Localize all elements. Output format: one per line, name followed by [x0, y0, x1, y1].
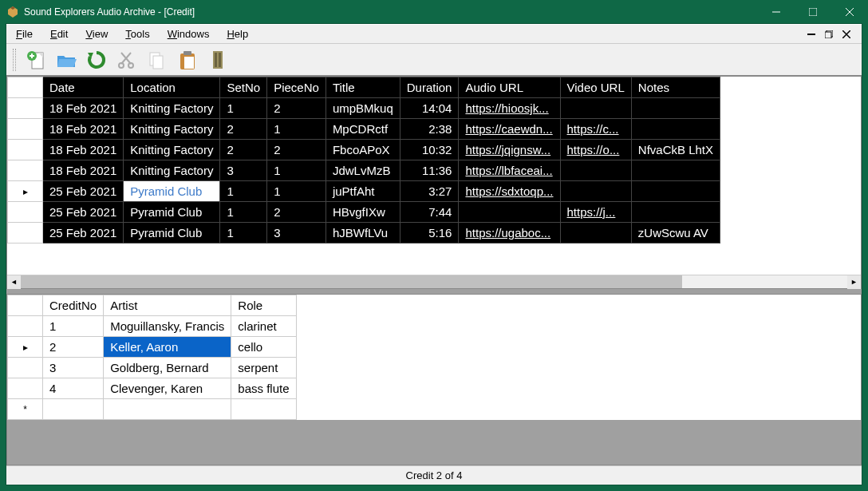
svg-rect-21 [184, 57, 194, 69]
toolbar [6, 43, 862, 75]
menu-help[interactable]: Help [227, 28, 248, 40]
menu-windows[interactable]: Windows [168, 28, 210, 40]
copy-icon [147, 49, 168, 70]
app-icon [6, 6, 19, 18]
cell-artist: Clevenger, Karen [104, 378, 231, 399]
menu-file[interactable]: File [16, 28, 33, 40]
cell-creditno: 2 [43, 337, 104, 358]
cell-notes: NfvaCkB LhtX [631, 140, 720, 160]
maximize-button[interactable] [795, 0, 831, 24]
cell-date: 18 Feb 2021 [43, 140, 124, 160]
menubar: File Edit View Tools Windows Help [6, 24, 862, 43]
main-grid[interactable]: DateLocationSetNoPieceNoTitleDurationAud… [6, 75, 862, 289]
new-row[interactable]: * [8, 399, 297, 420]
refresh-icon [86, 49, 107, 70]
cell-setno: 1 [220, 181, 267, 202]
cell-video: https://c... [560, 119, 631, 140]
filter-button[interactable] [204, 46, 231, 73]
cell-artist [104, 399, 231, 420]
table-row[interactable]: 25 Feb 2021 Pyramid Club 1 2 HBvgfIXw 7:… [8, 202, 720, 223]
cell-title: HBvgfIXw [326, 202, 400, 223]
close-button[interactable] [831, 0, 868, 24]
cell-location: Pyramid Club [124, 181, 220, 202]
cell-location: Knitting Factory [124, 160, 220, 181]
cell-title: juPtfAht [326, 181, 400, 202]
cell-duration: 2:38 [400, 119, 459, 140]
scroll-right[interactable]: ► [847, 275, 861, 289]
col-header[interactable]: Location [124, 77, 220, 98]
table-row[interactable]: 18 Feb 2021 Knitting Factory 3 1 JdwLvMz… [8, 160, 720, 181]
cell-title: FbcoAPoX [326, 140, 400, 160]
horizontal-scrollbar[interactable]: ◄ ► [7, 275, 861, 288]
paste-icon [177, 49, 198, 70]
col-header[interactable]: Notes [631, 77, 720, 98]
menu-view[interactable]: View [85, 28, 108, 40]
cut-button[interactable] [113, 46, 140, 73]
table-row[interactable]: 4 Clevenger, Karen bass flute [8, 378, 297, 399]
minimize-button[interactable] [758, 0, 795, 24]
new-button[interactable] [22, 46, 49, 73]
table-row[interactable]: 18 Feb 2021 Knitting Factory 2 2 FbcoAPo… [8, 140, 720, 160]
cell-notes [631, 181, 720, 202]
col-header[interactable]: PieceNo [267, 77, 326, 98]
col-header[interactable]: Video URL [560, 77, 631, 98]
cell-role: bass flute [231, 378, 296, 399]
cell-date: 25 Feb 2021 [43, 181, 124, 202]
svg-rect-4 [807, 34, 815, 35]
table-row[interactable]: 18 Feb 2021 Knitting Factory 2 1 MpCDRct… [8, 119, 720, 140]
cell-video [560, 223, 631, 244]
cell-role: serpent [231, 358, 296, 378]
cell-duration: 11:36 [400, 160, 459, 181]
table-row[interactable]: 1 Moguillansky, Francis clarinet [8, 316, 297, 337]
cell-duration: 10:32 [400, 140, 459, 160]
col-header[interactable]: Date [43, 77, 124, 98]
cell-audio: https://ugaboc... [459, 223, 560, 244]
table-row[interactable]: ▸ 25 Feb 2021 Pyramid Club 1 1 juPtfAht … [8, 181, 720, 202]
cell-artist: Moguillansky, Francis [104, 316, 231, 337]
toolbar-grip [13, 49, 16, 71]
table-row[interactable]: 18 Feb 2021 Knitting Factory 1 2 umpBMku… [8, 98, 720, 119]
col-header[interactable]: SetNo [220, 77, 267, 98]
scroll-left[interactable]: ◄ [7, 275, 21, 289]
cell-date: 18 Feb 2021 [43, 160, 124, 181]
mdi-restore[interactable] [823, 29, 834, 40]
svg-rect-23 [215, 53, 217, 67]
open-folder-icon [56, 49, 77, 70]
cell-video: https://j... [560, 202, 631, 223]
cell-duration: 5:16 [400, 223, 459, 244]
cell-notes [631, 160, 720, 181]
col-header[interactable]: CreditNo [43, 295, 104, 316]
cell-audio [459, 202, 560, 223]
open-button[interactable] [53, 46, 80, 73]
cell-setno: 3 [220, 160, 267, 181]
menu-edit[interactable]: Edit [50, 28, 68, 40]
copy-button[interactable] [144, 46, 171, 73]
cell-audio: https://jqignsw... [459, 140, 560, 160]
menu-tools[interactable]: Tools [125, 28, 149, 40]
cell-date: 18 Feb 2021 [43, 98, 124, 119]
cell-date: 25 Feb 2021 [43, 223, 124, 244]
cell-pieceno: 1 [267, 119, 326, 140]
svg-rect-22 [213, 51, 223, 69]
paste-button[interactable] [174, 46, 201, 73]
col-header[interactable]: Audio URL [459, 77, 560, 98]
refresh-button[interactable] [83, 46, 110, 73]
col-header[interactable]: Duration [400, 77, 459, 98]
col-header[interactable]: Artist [104, 295, 231, 316]
mdi-close[interactable] [841, 29, 852, 40]
cell-setno: 1 [220, 223, 267, 244]
cell-role: cello [231, 337, 296, 358]
detail-grid[interactable]: CreditNoArtistRole 1 Moguillansky, Franc… [6, 294, 862, 465]
mdi-minimize[interactable] [806, 29, 817, 40]
cell-creditno [43, 399, 104, 420]
table-row[interactable]: 25 Feb 2021 Pyramid Club 1 3 hJBWfLVu 5:… [8, 223, 720, 244]
cell-artist: Keller, Aaron [104, 337, 231, 358]
table-row[interactable]: ▸ 2 Keller, Aaron cello [8, 337, 297, 358]
col-header[interactable]: Role [231, 295, 296, 316]
table-row[interactable]: 3 Goldberg, Bernard serpent [8, 358, 297, 378]
col-header[interactable]: Title [326, 77, 400, 98]
new-entry-icon [26, 49, 46, 70]
cell-video [560, 98, 631, 119]
statusbar: Credit 2 of 4 [6, 465, 862, 485]
cell-notes [631, 202, 720, 223]
